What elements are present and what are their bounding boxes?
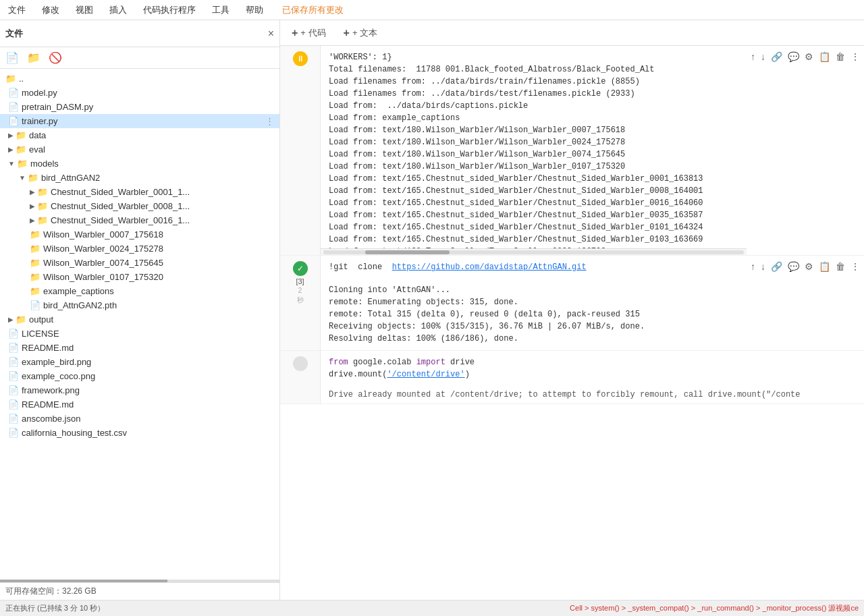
sidebar-title: 文件 <box>5 28 23 40</box>
tree-item-chestnut-0008[interactable]: ▶ 📁 Chestnut_Sided_Warbler_0008_1... <box>0 199 279 213</box>
tree-item-output[interactable]: ▶ 📁 output <box>0 312 279 327</box>
comment-icon[interactable]: 💬 <box>786 50 801 63</box>
file-icon: 📄 <box>8 414 19 424</box>
output-hscrollbar-1[interactable] <box>321 248 747 255</box>
file-label: anscombe.json <box>22 414 274 424</box>
folder-label: example_captions <box>43 286 274 296</box>
tree-item-anscombe[interactable]: 📄 anscombe.json <box>0 412 279 426</box>
add-text-label: + 文本 <box>352 27 377 39</box>
tree-item-models[interactable]: ▼ 📁 models <box>0 157 279 171</box>
arrow-down-icon: ▼ <box>19 174 26 181</box>
tree-item-model-py[interactable]: 📄 model.py <box>0 86 279 100</box>
tree-item-wilson-175645[interactable]: 📁 Wilson_Warbler_0074_175645 <box>0 256 279 270</box>
file-icon: 📄 <box>8 329 19 339</box>
file-icon: 📄 <box>8 385 19 395</box>
file-label: LICENSE <box>22 329 274 339</box>
move-down-icon[interactable]: ↓ <box>759 260 767 273</box>
menu-runtime[interactable]: 代码执行程序 <box>140 3 198 18</box>
tree-item-wilson-175320[interactable]: 📁 Wilson_Warbler_0107_175320 <box>0 270 279 284</box>
more-icon[interactable]: ⋮ <box>265 116 274 126</box>
link-icon[interactable]: 🔗 <box>770 50 784 63</box>
folder-icon: 📁 <box>30 244 40 254</box>
cell-code-3[interactable]: !git clone https://github.com/davidstap/… <box>321 256 747 279</box>
block-icon[interactable]: 🚫 <box>49 51 62 64</box>
cell-run-button-empty[interactable] <box>293 356 308 371</box>
cell-content-1: 'WORKERS': 1} Total filenames: 11788 001… <box>321 46 747 255</box>
sidebar-close-button[interactable]: × <box>268 28 274 40</box>
copy-icon[interactable]: 📋 <box>817 260 832 273</box>
arrow-down-icon: ▼ <box>8 160 15 167</box>
tree-item-eval[interactable]: ▶ 📁 eval <box>0 142 279 157</box>
tree-item-trainer[interactable]: 📄 trainer.py ⋮ <box>0 114 279 128</box>
tree-item-california[interactable]: 📄 california_housing_test.csv <box>0 426 279 440</box>
more-icon[interactable]: ⋮ <box>849 260 861 273</box>
cell-run-button-1[interactable]: ⏸ <box>293 51 308 66</box>
tree-item-example-bird[interactable]: 📄 example_bird.png <box>0 355 279 369</box>
folder-label: Wilson_Warbler_0024_175278 <box>43 244 274 254</box>
tree-item-chestnut-0001[interactable]: ▶ 📁 Chestnut_Sided_Warbler_0001_1... <box>0 185 279 199</box>
move-down-icon[interactable]: ↓ <box>759 50 767 63</box>
delete-icon[interactable]: 🗑 <box>834 260 846 273</box>
file-icon: 📄 <box>30 300 40 310</box>
folder-icon: 📁 <box>16 130 26 140</box>
file-icon: 📄 <box>8 399 19 410</box>
tree-item-example-captions[interactable]: 📁 example_captions <box>0 284 279 298</box>
tree-item-example-coco[interactable]: 📄 example_coco.png <box>0 369 279 383</box>
cell-output-partial: Drive already mounted at /content/drive;… <box>321 386 859 403</box>
tree-item-pretrain[interactable]: 📄 pretrain_DASM.py <box>0 100 279 114</box>
file-icon: 📄 <box>8 88 19 98</box>
settings-icon[interactable]: ⚙ <box>803 260 815 273</box>
move-up-icon[interactable]: ↑ <box>749 50 757 63</box>
folder-icon: 📁 <box>37 215 48 225</box>
tree-item-framework[interactable]: 📄 framework.png <box>0 383 279 397</box>
folder-icon: 📁 <box>16 144 26 155</box>
tree-item-bird-attngan2[interactable]: ▼ 📁 bird_AttnGAN2 <box>0 171 279 185</box>
cell-run-button-3[interactable]: ✓ <box>293 261 308 276</box>
delete-icon[interactable]: 🗑 <box>834 50 846 63</box>
tree-item-parent[interactable]: 📁 .. <box>0 72 279 86</box>
tree-item-wilson-175278[interactable]: 📁 Wilson_Warbler_0024_175278 <box>0 242 279 256</box>
arrow-icon: ▶ <box>8 132 14 139</box>
move-up-icon[interactable]: ↑ <box>749 260 757 273</box>
cell-output-1: ⏸ 'WORKERS': 1} Total filenames: 11788 0… <box>280 46 864 256</box>
folder-icon: 📁 <box>28 173 38 183</box>
copy-icon[interactable]: 📋 <box>817 50 832 63</box>
new-folder-icon[interactable]: 📁 <box>27 51 40 64</box>
more-icon[interactable]: ⋮ <box>849 50 861 63</box>
cell-time-unit-3: 秒 <box>297 296 304 305</box>
add-code-button[interactable]: + + 代码 <box>286 24 332 42</box>
menu-view[interactable]: 视图 <box>73 3 96 18</box>
menu-edit[interactable]: 修改 <box>39 3 62 18</box>
menu-insert[interactable]: 插入 <box>107 3 130 18</box>
file-icon: 📄 <box>8 343 19 353</box>
tree-item-chestnut-0016[interactable]: ▶ 📁 Chestnut_Sided_Warbler_0016_1... <box>0 213 279 227</box>
tree-item-readme[interactable]: 📄 README.md <box>0 341 279 355</box>
tree-item-pth[interactable]: 📄 bird_AttnGAN2.pth <box>0 298 279 312</box>
file-label: bird_AttnGAN2.pth <box>43 300 274 310</box>
menu-help[interactable]: 帮助 <box>243 3 266 18</box>
cell-code-empty[interactable]: from google.colab import drive drive.mou… <box>321 351 859 386</box>
file-icon: 📄 <box>8 357 19 367</box>
file-label: california_housing_test.csv <box>22 428 274 438</box>
menu-tools[interactable]: 工具 <box>209 3 232 18</box>
link-icon[interactable]: 🔗 <box>770 260 784 273</box>
add-code-label: + 代码 <box>300 27 325 39</box>
cell-output-text-1[interactable]: 'WORKERS': 1} Total filenames: 11788 001… <box>321 46 747 248</box>
new-file-icon[interactable]: 📄 <box>5 51 19 64</box>
menu-file[interactable]: 文件 <box>5 3 28 18</box>
folder-label: models <box>30 159 274 169</box>
add-text-button[interactable]: + + 文本 <box>338 24 384 42</box>
cell-toolbar-empty <box>859 351 864 403</box>
cell-toolbar-3: ↑ ↓ 🔗 💬 ⚙ 📋 🗑 ⋮ <box>747 256 864 350</box>
tree-item-data[interactable]: ▶ 📁 data <box>0 128 279 142</box>
comment-icon[interactable]: 💬 <box>786 260 801 273</box>
tree-item-license[interactable]: 📄 LICENSE <box>0 327 279 341</box>
sidebar-scrollbar[interactable] <box>0 580 279 582</box>
cell-empty: from google.colab import drive drive.mou… <box>280 351 864 404</box>
tree-item-readme2[interactable]: 📄 README.md <box>0 397 279 412</box>
tree-item-wilson-175618[interactable]: 📁 Wilson_Warbler_0007_175618 <box>0 227 279 242</box>
arrow-icon: ▶ <box>30 217 35 224</box>
settings-icon[interactable]: ⚙ <box>803 50 815 63</box>
folder-icon: 📁 <box>17 159 28 169</box>
file-icon: 📄 <box>8 102 19 112</box>
